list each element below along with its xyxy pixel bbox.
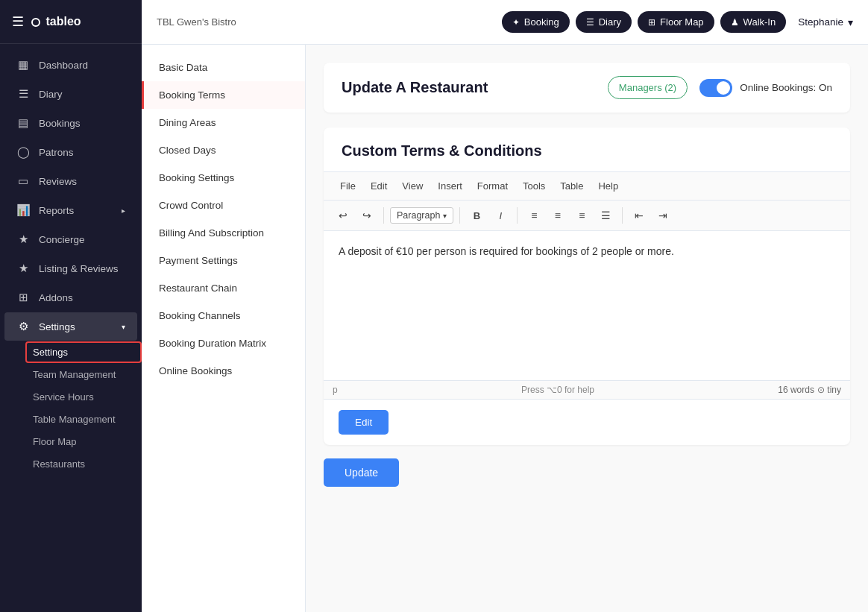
topnav-actions: ✦ Booking ☰ Diary ⊞ Floor Map ♟ Walk-In … — [502, 11, 853, 33]
online-bookings-toggle-row: Online Bookings: On — [699, 79, 832, 97]
paragraph-style-select[interactable]: Paragraph ▾ — [390, 207, 453, 224]
subnav-floor-map[interactable]: Floor Map — [25, 431, 142, 452]
menu-billing[interactable]: Billing And Subscription — [142, 219, 305, 247]
menu-edit[interactable]: Edit — [363, 177, 394, 195]
main-wrapper: TBL Gwen's Bistro ✦ Booking ☰ Diary ⊞ Fl… — [142, 0, 868, 612]
update-button[interactable]: Update — [324, 458, 399, 487]
toolbar-divider-1 — [383, 207, 384, 224]
main-panel: Update A Restaurant Managers (2) Online … — [306, 45, 868, 612]
align-left-button[interactable]: ≡ — [523, 205, 544, 226]
reviews-icon: ▭ — [16, 174, 30, 188]
reports-arrow: ▸ — [122, 206, 125, 215]
menu-dining-areas[interactable]: Dining Areas — [142, 109, 305, 136]
diary-icon: ☰ — [16, 87, 30, 101]
reports-icon: 📊 — [16, 204, 30, 217]
menu-table[interactable]: Table — [553, 177, 591, 195]
menu-insert[interactable]: Insert — [430, 177, 470, 195]
floor-map-button[interactable]: ⊞ Floor Map — [638, 11, 714, 33]
toolbar-divider-4 — [622, 207, 623, 224]
online-bookings-toggle[interactable] — [699, 79, 732, 97]
word-count: 16 words — [778, 385, 814, 395]
subnav-team-management[interactable]: Team Management — [25, 364, 142, 385]
sidebar-item-addons[interactable]: ⊞ Addons — [4, 283, 137, 312]
align-justify-button[interactable]: ☰ — [595, 205, 616, 226]
redo-button[interactable]: ↪ — [356, 205, 377, 226]
bold-button[interactable]: B — [466, 205, 487, 226]
content: Basic Data Booking Terms Dining Areas Cl… — [142, 45, 868, 612]
tiny-brand: ⊙ tiny — [817, 385, 841, 395]
online-bookings-label: Online Bookings: On — [740, 82, 832, 93]
sidebar-item-bookings[interactable]: ▤ Bookings — [4, 109, 137, 137]
menu-payment-settings[interactable]: Payment Settings — [142, 247, 305, 274]
sidebar-logo: ☰ tableo — [0, 0, 142, 44]
menu-booking-settings[interactable]: Booking Settings — [142, 164, 305, 192]
menu-view[interactable]: View — [394, 177, 430, 195]
sidebar-item-dashboard[interactable]: ▦ Dashboard — [4, 51, 137, 79]
managers-button[interactable]: Managers (2) — [608, 76, 688, 99]
menu-closed-days[interactable]: Closed Days — [142, 136, 305, 164]
menu-tools[interactable]: Tools — [515, 177, 553, 195]
sidebar-item-concierge[interactable]: ★ Concierge — [4, 225, 137, 253]
editor-body[interactable]: A deposit of €10 per person is required … — [324, 231, 850, 380]
tinymce-toolbar: ↩ ↪ Paragraph ▾ B I ≡ ≡ ≡ ☰ ⇤ — [324, 201, 850, 231]
align-right-button[interactable]: ≡ — [571, 205, 592, 226]
menu-basic-data[interactable]: Basic Data — [142, 54, 305, 81]
menu-file[interactable]: File — [333, 177, 363, 195]
indent-increase-button[interactable]: ⇥ — [652, 205, 673, 226]
tinymce-statusbar: p Press ⌥0 for help 16 words ⊙ tiny — [324, 380, 850, 399]
walk-in-button[interactable]: ♟ Walk-In — [720, 11, 787, 33]
sidebar-item-listing-reviews[interactable]: ★ Listing & Reviews — [4, 254, 137, 283]
listing-icon: ★ — [16, 262, 30, 275]
subnav-table-management[interactable]: Table Management — [25, 408, 142, 430]
booking-button[interactable]: ✦ Booking — [502, 11, 570, 33]
logo: tableo — [31, 15, 81, 28]
settings-icon: ⚙ — [16, 320, 30, 333]
page-actions: Managers (2) Online Bookings: On — [608, 76, 832, 99]
sidebar-nav: ▦ Dashboard ☰ Diary ▤ Bookings ◯ Patrons… — [0, 44, 142, 612]
restaurant-name: TBL Gwen's Bistro — [157, 16, 236, 28]
status-tag: p — [333, 385, 338, 395]
subnav-service-hours[interactable]: Service Hours — [25, 386, 142, 408]
indent-decrease-button[interactable]: ⇤ — [629, 205, 650, 226]
concierge-icon: ★ — [16, 233, 30, 246]
align-center-button[interactable]: ≡ — [547, 205, 568, 226]
editor-card: Custom Terms & Conditions File Edit View… — [324, 127, 850, 445]
diary-button[interactable]: ☰ Diary — [576, 11, 632, 33]
dashboard-icon: ▦ — [16, 58, 30, 72]
addons-icon: ⊞ — [16, 291, 30, 304]
booking-icon: ✦ — [512, 17, 520, 28]
sidebar-item-patrons[interactable]: ◯ Patrons — [4, 138, 137, 166]
floor-map-icon: ⊞ — [648, 17, 655, 28]
patrons-icon: ◯ — [16, 145, 30, 159]
subnav-settings[interactable]: Settings — [25, 341, 142, 363]
sidebar-item-settings[interactable]: ⚙ Settings ▾ — [4, 312, 137, 341]
sidebar-item-diary[interactable]: ☰ Diary — [4, 80, 137, 108]
page-header: Update A Restaurant Managers (2) Online … — [324, 63, 850, 113]
subnav-restaurants[interactable]: Restaurants — [25, 453, 142, 475]
menu-help[interactable]: Help — [591, 177, 626, 195]
editor-footer: Edit — [324, 399, 850, 445]
menu-booking-channels[interactable]: Booking Channels — [142, 302, 305, 329]
hamburger-menu[interactable]: ☰ — [12, 13, 24, 30]
sidebar: ☰ tableo ▦ Dashboard ☰ Diary ▤ Bookings … — [0, 0, 142, 612]
user-menu[interactable]: Stephanie ▾ — [798, 16, 853, 28]
toolbar-divider-2 — [459, 207, 460, 224]
walk-in-icon: ♟ — [731, 17, 739, 28]
italic-button[interactable]: I — [490, 205, 511, 226]
menu-booking-terms[interactable]: Booking Terms — [142, 81, 305, 109]
sidebar-item-reviews[interactable]: ▭ Reviews — [4, 167, 137, 195]
diary-nav-icon: ☰ — [586, 17, 594, 28]
sidebar-item-reports[interactable]: 📊 Reports ▸ — [4, 196, 137, 224]
menu-crowd-control[interactable]: Crowd Control — [142, 192, 305, 219]
menu-booking-duration[interactable]: Booking Duration Matrix — [142, 329, 305, 357]
menu-online-bookings[interactable]: Online Bookings — [142, 357, 305, 385]
menu-restaurant-chain[interactable]: Restaurant Chain — [142, 274, 305, 302]
bookings-icon: ▤ — [16, 116, 30, 130]
undo-button[interactable]: ↩ — [333, 205, 353, 226]
topnav: TBL Gwen's Bistro ✦ Booking ☰ Diary ⊞ Fl… — [142, 0, 868, 45]
edit-button[interactable]: Edit — [339, 410, 389, 435]
settings-subnav: Settings Team Management Service Hours T… — [0, 341, 142, 475]
menu-format[interactable]: Format — [470, 177, 515, 195]
page-title: Update A Restaurant — [342, 79, 488, 96]
shortcut-hint: Press ⌥0 for help — [521, 385, 594, 395]
